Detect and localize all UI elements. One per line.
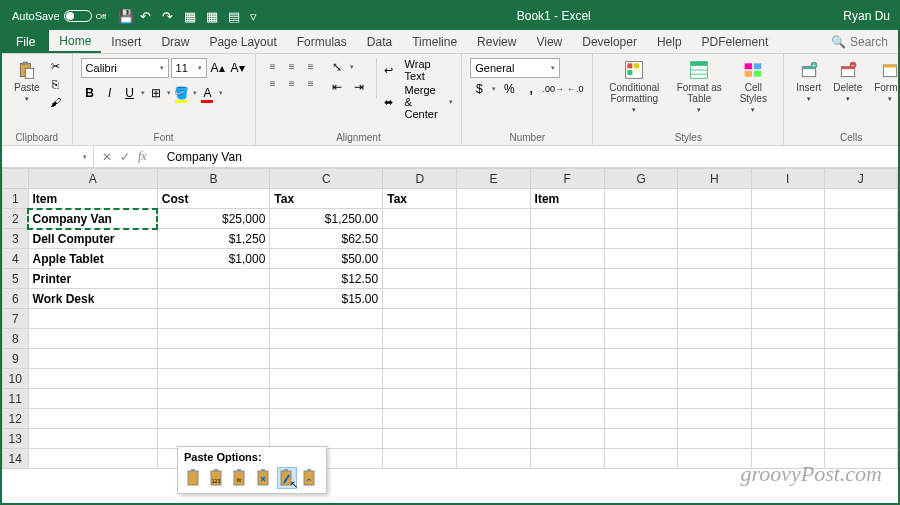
delete-cells-button[interactable]: − Delete▾ — [829, 58, 866, 105]
currency-button[interactable]: $ — [470, 80, 488, 98]
cell-F3[interactable] — [530, 229, 604, 249]
col-header-B[interactable]: B — [157, 169, 269, 189]
cell-E4[interactable] — [457, 249, 530, 269]
increase-decimal-button[interactable]: .00→ — [544, 80, 562, 98]
italic-button[interactable]: I — [101, 84, 119, 102]
cell-G6[interactable] — [604, 289, 677, 309]
col-header-D[interactable]: D — [383, 169, 457, 189]
tab-page-layout[interactable]: Page Layout — [199, 30, 286, 53]
cell-A7[interactable] — [28, 309, 157, 329]
row-header-4[interactable]: 4 — [3, 249, 29, 269]
cell-G5[interactable] — [604, 269, 677, 289]
cell-F2[interactable] — [530, 209, 604, 229]
merge-center-button[interactable]: ⬌ Merge & Center ▾ — [384, 84, 453, 120]
bold-button[interactable]: B — [81, 84, 99, 102]
search-box[interactable]: 🔍 Search — [821, 30, 898, 53]
format-cells-button[interactable]: Format▾ — [870, 58, 900, 105]
tab-developer[interactable]: Developer — [572, 30, 647, 53]
align-middle-button[interactable]: ≡ — [283, 58, 301, 74]
orientation-button[interactable]: ⤡ — [328, 58, 346, 76]
cell-F5[interactable] — [530, 269, 604, 289]
increase-indent-button[interactable]: ⇥ — [350, 78, 368, 96]
align-left-button[interactable]: ≡ — [264, 75, 282, 91]
toggle-icon[interactable] — [64, 10, 92, 22]
paste-button[interactable]: Paste ▾ — [10, 58, 44, 105]
cell-B2[interactable]: $25,000 — [157, 209, 269, 229]
cell-G3[interactable] — [604, 229, 677, 249]
row-header-8[interactable]: 8 — [3, 329, 29, 349]
wrap-text-button[interactable]: ↩ Wrap Text — [384, 58, 453, 82]
paste-option-all[interactable] — [184, 467, 203, 489]
qat-icon-2[interactable]: ▦ — [206, 9, 220, 23]
undo-icon[interactable]: ↶ — [140, 9, 154, 23]
font-color-button[interactable]: A — [199, 84, 217, 102]
fx-icon[interactable]: fx — [138, 149, 153, 164]
name-box[interactable]: ▾ — [2, 146, 94, 167]
cell-E5[interactable] — [457, 269, 530, 289]
cell-C4[interactable]: $50.00 — [270, 249, 383, 269]
align-right-button[interactable]: ≡ — [302, 75, 320, 91]
row-header-1[interactable]: 1 — [3, 189, 29, 209]
cell-B1[interactable]: Cost — [157, 189, 269, 209]
row-header-3[interactable]: 3 — [3, 229, 29, 249]
cell-E2[interactable] — [457, 209, 530, 229]
align-bottom-button[interactable]: ≡ — [302, 58, 320, 74]
cell-D2[interactable] — [383, 209, 457, 229]
cell-C5[interactable]: $12.50 — [270, 269, 383, 289]
cell-A4[interactable]: Apple Tablet — [28, 249, 157, 269]
copy-button[interactable]: ⎘ — [48, 76, 64, 92]
cell-G4[interactable] — [604, 249, 677, 269]
cell-C2[interactable]: $1,250.00 — [270, 209, 383, 229]
align-center-button[interactable]: ≡ — [283, 75, 301, 91]
cell-H1[interactable] — [678, 189, 751, 209]
cell-H6[interactable] — [678, 289, 751, 309]
tab-home[interactable]: Home — [49, 30, 101, 53]
paste-option-transpose[interactable] — [254, 467, 273, 489]
cell-H5[interactable] — [678, 269, 751, 289]
cell-I3[interactable] — [751, 229, 824, 249]
save-icon[interactable]: 💾 — [118, 9, 132, 23]
col-header-J[interactable]: J — [824, 169, 897, 189]
qat-icon-1[interactable]: ▦ — [184, 9, 198, 23]
cancel-icon[interactable]: ✕ — [102, 150, 112, 164]
formula-input[interactable]: Company Van — [161, 150, 898, 164]
col-header-A[interactable]: A — [28, 169, 157, 189]
cell-styles-button[interactable]: Cell Styles▾ — [731, 58, 775, 116]
cell-J2[interactable] — [824, 209, 897, 229]
row-header-12[interactable]: 12 — [3, 409, 29, 429]
col-header-E[interactable]: E — [457, 169, 530, 189]
increase-font-button[interactable]: A▴ — [209, 59, 227, 77]
tab-review[interactable]: Review — [467, 30, 526, 53]
col-header-H[interactable]: H — [678, 169, 751, 189]
cell-B4[interactable]: $1,000 — [157, 249, 269, 269]
paste-option-formatting[interactable]: ↖ — [277, 467, 296, 489]
cell-B3[interactable]: $1,250 — [157, 229, 269, 249]
cell-J6[interactable] — [824, 289, 897, 309]
cell-C6[interactable]: $15.00 — [270, 289, 383, 309]
cell-D6[interactable] — [383, 289, 457, 309]
tab-pdfelement[interactable]: PDFelement — [692, 30, 779, 53]
tab-insert[interactable]: Insert — [101, 30, 151, 53]
cell-A3[interactable]: Dell Computer — [28, 229, 157, 249]
underline-button[interactable]: U — [121, 84, 139, 102]
row-header-10[interactable]: 10 — [3, 369, 29, 389]
qat-icon-4[interactable]: ▿ — [250, 9, 264, 23]
format-as-table-button[interactable]: Format as Table▾ — [671, 58, 727, 116]
cell-A2[interactable]: Company Van — [28, 209, 157, 229]
paste-option-values[interactable]: 123 — [207, 467, 226, 489]
cell-H3[interactable] — [678, 229, 751, 249]
cut-button[interactable]: ✂ — [48, 58, 64, 74]
comma-button[interactable]: , — [522, 80, 540, 98]
paste-option-link[interactable] — [301, 467, 320, 489]
cell-E1[interactable] — [457, 189, 530, 209]
cell-E6[interactable] — [457, 289, 530, 309]
paste-option-formulas[interactable]: fx — [231, 467, 250, 489]
col-header-G[interactable]: G — [604, 169, 677, 189]
autosave-toggle[interactable]: AutoSave Off — [6, 10, 112, 22]
cell-I4[interactable] — [751, 249, 824, 269]
cell-H4[interactable] — [678, 249, 751, 269]
row-header-14[interactable]: 14 — [3, 449, 29, 469]
font-size-select[interactable]: 11▾ — [171, 58, 207, 78]
cell-I1[interactable] — [751, 189, 824, 209]
cell-B5[interactable] — [157, 269, 269, 289]
